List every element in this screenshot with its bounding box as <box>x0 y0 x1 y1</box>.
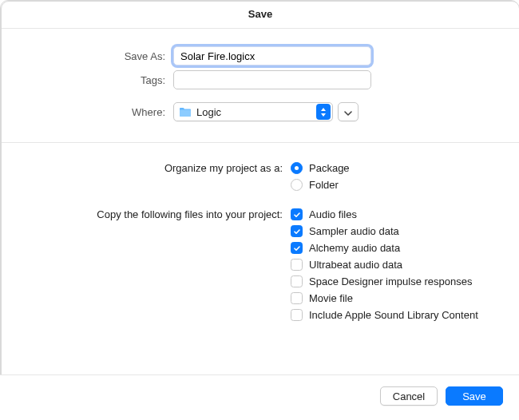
checkbox-aplib-label: Include Apple Sound Library Content <box>309 309 478 321</box>
checkbox-movie[interactable] <box>291 292 303 304</box>
expand-button[interactable] <box>338 102 359 121</box>
footer: Cancel Save <box>1 374 519 420</box>
checkbox-ultrabeat[interactable] <box>291 259 303 271</box>
updown-icon <box>316 104 331 120</box>
checkbox-audio-label: Audio files <box>309 208 357 220</box>
radio-folder[interactable] <box>291 179 303 191</box>
window-title: Save <box>2 2 519 29</box>
checkbox-sampler[interactable] <box>291 225 303 237</box>
checkbox-sampler-label: Sampler audio data <box>309 225 399 237</box>
divider <box>2 142 519 143</box>
cancel-button[interactable]: Cancel <box>380 386 438 406</box>
file-section: Save As: Tags: Where: Logic <box>2 29 519 139</box>
checkbox-ultrabeat-label: Ultrabeat audio data <box>309 259 402 271</box>
radio-folder-label: Folder <box>309 179 339 191</box>
where-value: Logic <box>196 106 316 118</box>
options-section: Organize my project as a: Package Folder… <box>2 146 519 334</box>
folder-icon <box>179 107 192 117</box>
tags-label: Tags: <box>34 74 173 86</box>
checkbox-sdir-label: Space Designer impulse responses <box>309 275 473 287</box>
checkbox-alchemy[interactable] <box>291 242 303 254</box>
checkbox-movie-label: Movie file <box>309 292 353 304</box>
radio-package-label: Package <box>309 162 350 174</box>
chevron-down-icon <box>344 106 352 118</box>
checkbox-aplib[interactable] <box>291 309 303 321</box>
checkbox-audio[interactable] <box>291 208 303 220</box>
organize-label: Organize my project as a: <box>34 162 291 174</box>
save-as-label: Save As: <box>34 50 173 62</box>
save-button[interactable]: Save <box>446 386 503 406</box>
where-label: Where: <box>34 106 173 118</box>
copy-files-label: Copy the following files into your proje… <box>34 208 291 220</box>
save-as-input[interactable] <box>173 46 371 65</box>
radio-package[interactable] <box>291 162 303 174</box>
checkbox-sdir[interactable] <box>291 275 303 287</box>
checkbox-alchemy-label: Alchemy audio data <box>309 242 400 254</box>
tags-input[interactable] <box>173 70 371 89</box>
where-select[interactable]: Logic <box>173 102 333 121</box>
